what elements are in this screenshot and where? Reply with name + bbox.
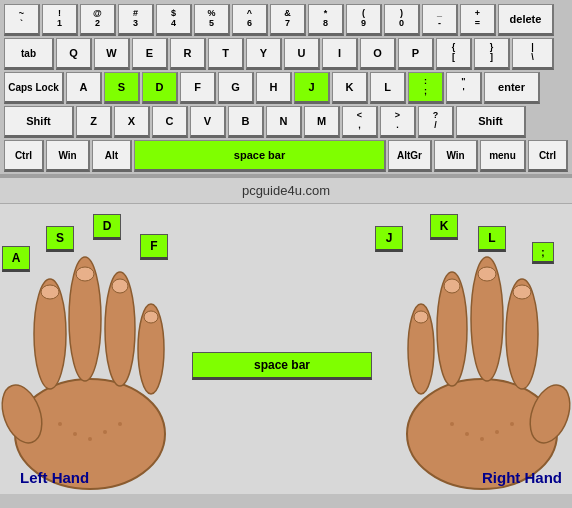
float-key-k: K bbox=[430, 214, 458, 240]
key-alt-left[interactable]: Alt bbox=[92, 140, 132, 172]
key-2[interactable]: @2 bbox=[80, 4, 116, 36]
key-j[interactable]: J bbox=[294, 72, 330, 104]
key-semicolon[interactable]: :; bbox=[408, 72, 444, 104]
svg-point-22 bbox=[478, 267, 496, 281]
svg-point-28 bbox=[495, 430, 499, 434]
left-hand-label: Left Hand bbox=[20, 469, 89, 486]
svg-point-29 bbox=[510, 422, 514, 426]
key-row-numbers: ~` !1 @2 #3 $4 %5 ^6 &7 *8 (9 )0 _- += d… bbox=[4, 4, 568, 36]
key-period[interactable]: >. bbox=[380, 106, 416, 138]
key-row-caps: Caps Lock A S D F G H J K L :; "' enter bbox=[4, 72, 568, 104]
key-h[interactable]: H bbox=[256, 72, 292, 104]
key-l[interactable]: L bbox=[370, 72, 406, 104]
key-backslash[interactable]: |\ bbox=[512, 38, 554, 70]
key-c[interactable]: C bbox=[152, 106, 188, 138]
svg-point-21 bbox=[513, 285, 531, 299]
svg-point-12 bbox=[88, 437, 92, 441]
key-win-right[interactable]: Win bbox=[434, 140, 478, 172]
key-9[interactable]: (9 bbox=[346, 4, 382, 36]
key-row-ctrl: Ctrl Win Alt space bar AltGr Win menu Ct… bbox=[4, 140, 568, 172]
key-1[interactable]: !1 bbox=[42, 4, 78, 36]
key-shift-left[interactable]: Shift bbox=[4, 106, 74, 138]
website-bar: pcguide4u.com bbox=[0, 178, 572, 204]
svg-point-10 bbox=[58, 422, 62, 426]
key-e[interactable]: E bbox=[132, 38, 168, 70]
hand-right-svg bbox=[372, 224, 572, 494]
key-4[interactable]: $4 bbox=[156, 4, 192, 36]
key-tilde[interactable]: ~` bbox=[4, 4, 40, 36]
key-space[interactable]: space bar bbox=[134, 140, 386, 172]
key-0[interactable]: )0 bbox=[384, 4, 420, 36]
svg-point-7 bbox=[76, 267, 94, 281]
svg-point-11 bbox=[73, 432, 77, 436]
key-quote[interactable]: "' bbox=[446, 72, 482, 104]
key-r[interactable]: R bbox=[170, 38, 206, 70]
key-altgr[interactable]: AltGr bbox=[388, 140, 432, 172]
key-row-shift: Shift Z X C V B N M <, >. ?/ Shift bbox=[4, 106, 568, 138]
float-key-semicolon: ; bbox=[532, 242, 554, 264]
key-q[interactable]: Q bbox=[56, 38, 92, 70]
key-bracket-close[interactable]: }] bbox=[474, 38, 510, 70]
svg-point-14 bbox=[118, 422, 122, 426]
key-n[interactable]: N bbox=[266, 106, 302, 138]
key-win-left[interactable]: Win bbox=[46, 140, 90, 172]
svg-point-8 bbox=[112, 279, 128, 293]
key-comma[interactable]: <, bbox=[342, 106, 378, 138]
svg-point-24 bbox=[414, 311, 428, 323]
key-5[interactable]: %5 bbox=[194, 4, 230, 36]
key-8[interactable]: *8 bbox=[308, 4, 344, 36]
key-7[interactable]: &7 bbox=[270, 4, 306, 36]
key-shift-right[interactable]: Shift bbox=[456, 106, 526, 138]
svg-point-23 bbox=[444, 279, 460, 293]
key-s[interactable]: S bbox=[104, 72, 140, 104]
key-tab[interactable]: tab bbox=[4, 38, 54, 70]
right-hand-label: Right Hand bbox=[482, 469, 562, 486]
key-3[interactable]: #3 bbox=[118, 4, 154, 36]
svg-point-25 bbox=[450, 422, 454, 426]
key-6[interactable]: ^6 bbox=[232, 4, 268, 36]
key-minus[interactable]: _- bbox=[422, 4, 458, 36]
key-o[interactable]: O bbox=[360, 38, 396, 70]
float-key-f: F bbox=[140, 234, 168, 260]
svg-point-6 bbox=[41, 285, 59, 299]
website-label: pcguide4u.com bbox=[242, 183, 330, 198]
float-key-d: D bbox=[93, 214, 121, 240]
key-b[interactable]: B bbox=[228, 106, 264, 138]
float-key-l: L bbox=[478, 226, 506, 252]
float-key-s: S bbox=[46, 226, 74, 252]
svg-point-27 bbox=[480, 437, 484, 441]
keyboard: ~` !1 @2 #3 $4 %5 ^6 &7 *8 (9 )0 _- += d… bbox=[0, 0, 572, 172]
key-k[interactable]: K bbox=[332, 72, 368, 104]
key-ctrl-right[interactable]: Ctrl bbox=[528, 140, 568, 172]
key-p[interactable]: P bbox=[398, 38, 434, 70]
key-v[interactable]: V bbox=[190, 106, 226, 138]
key-capslock[interactable]: Caps Lock bbox=[4, 72, 64, 104]
key-delete[interactable]: delete bbox=[498, 4, 554, 36]
key-enter[interactable]: enter bbox=[484, 72, 540, 104]
key-x[interactable]: X bbox=[114, 106, 150, 138]
key-m[interactable]: M bbox=[304, 106, 340, 138]
svg-point-26 bbox=[465, 432, 469, 436]
float-key-j: J bbox=[375, 226, 403, 252]
key-y[interactable]: Y bbox=[246, 38, 282, 70]
float-key-a: A bbox=[2, 246, 30, 272]
key-u[interactable]: U bbox=[284, 38, 320, 70]
svg-point-9 bbox=[144, 311, 158, 323]
key-w[interactable]: W bbox=[94, 38, 130, 70]
key-f[interactable]: F bbox=[180, 72, 216, 104]
key-equals[interactable]: += bbox=[460, 4, 496, 36]
key-bracket-open[interactable]: {[ bbox=[436, 38, 472, 70]
hands-section: A S D F J K L ; space bar bbox=[0, 204, 572, 494]
float-spacebar: space bar bbox=[192, 352, 372, 380]
key-z[interactable]: Z bbox=[76, 106, 112, 138]
key-row-tab: tab Q W E R T Y U I O P {[ }] |\ bbox=[4, 38, 568, 70]
key-d[interactable]: D bbox=[142, 72, 178, 104]
svg-point-13 bbox=[103, 430, 107, 434]
key-t[interactable]: T bbox=[208, 38, 244, 70]
key-ctrl-left[interactable]: Ctrl bbox=[4, 140, 44, 172]
key-menu[interactable]: menu bbox=[480, 140, 526, 172]
key-a[interactable]: A bbox=[66, 72, 102, 104]
key-g[interactable]: G bbox=[218, 72, 254, 104]
key-i[interactable]: I bbox=[322, 38, 358, 70]
key-slash[interactable]: ?/ bbox=[418, 106, 454, 138]
